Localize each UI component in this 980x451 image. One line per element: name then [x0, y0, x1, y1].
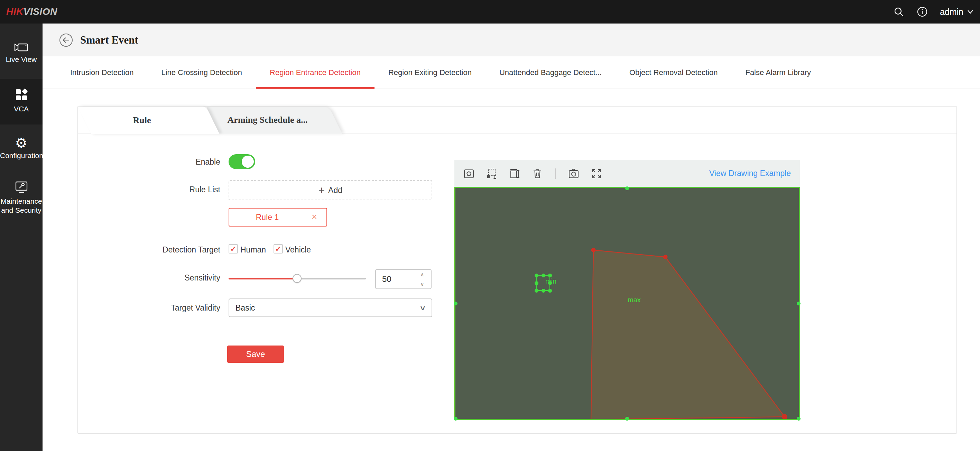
topbar-actions: admin — [893, 0, 974, 24]
logo-vision: VISION — [24, 6, 57, 17]
canvas-handle-left[interactable] — [454, 301, 458, 305]
tab-region-exiting-detection[interactable]: Region Exiting Detection — [374, 56, 485, 89]
subtab-arming-schedule[interactable]: Arming Schedule a... — [206, 107, 329, 134]
topbar: HIKVISION admin — [0, 0, 980, 24]
close-icon[interactable]: × — [312, 209, 317, 226]
plus-icon: + — [318, 185, 325, 196]
content-area: Rule Arming Schedule a... Enable Rule Li… — [43, 89, 980, 451]
video-canvas[interactable]: min max — [454, 187, 800, 420]
rule-chip-label: Rule 1 — [229, 209, 305, 226]
tab-unattended-baggage-detection[interactable]: Unattended Baggage Detect... — [485, 56, 616, 89]
camera-icon — [13, 43, 29, 52]
logo-hik: HIK — [6, 6, 24, 17]
spinner[interactable]: ∧ ∨ — [418, 271, 427, 287]
sensitivity-input[interactable]: 50 ∧ ∨ — [375, 269, 431, 289]
app-root: HIKVISION admin Live View VCA ⚙ Con — [0, 0, 980, 451]
canvas-handle-top[interactable] — [625, 186, 629, 190]
sidebar-item-vca[interactable]: VCA — [0, 79, 43, 124]
add-label: Add — [328, 186, 342, 195]
clear-region-icon[interactable] — [508, 167, 521, 180]
human-checkbox[interactable]: ✓ — [229, 244, 238, 253]
subtab-rule[interactable]: Rule — [78, 107, 206, 134]
gear-icon: ⚙ — [0, 136, 43, 150]
sensitivity-value: 50 — [382, 270, 391, 288]
check-icon: ✓ — [275, 245, 282, 252]
size-filter-icon[interactable] — [485, 167, 498, 180]
view-drawing-example-link[interactable]: View Drawing Example — [709, 169, 791, 178]
info-icon[interactable] — [916, 6, 928, 18]
sensitivity-slider[interactable] — [229, 273, 366, 284]
enable-toggle[interactable] — [229, 154, 255, 169]
detection-target-label: Detection Target — [78, 245, 220, 255]
rule-chip[interactable]: Rule 1 × — [229, 208, 327, 226]
tab-line-crossing-detection[interactable]: Line Crossing Detection — [147, 56, 256, 89]
monitor-wrench-icon — [14, 181, 29, 194]
vehicle-checkbox[interactable]: ✓ — [274, 244, 283, 253]
page-title: Smart Event — [80, 34, 138, 46]
sidebar-item-maintenance[interactable]: Maintenance and Security — [0, 181, 43, 221]
sidebar-item-label: Live View — [0, 55, 43, 64]
add-rule-button[interactable]: + Add — [229, 180, 432, 200]
save-button[interactable]: Save — [227, 346, 284, 363]
page-header: Smart Event — [43, 24, 980, 56]
chevron-down-icon — [967, 10, 974, 14]
tab-object-removal-detection[interactable]: Object Removal Detection — [616, 56, 732, 89]
vca-grid-icon — [14, 88, 29, 102]
sensitivity-label: Sensitivity — [78, 273, 220, 282]
sidebar-item-configuration[interactable]: ⚙ Configuration — [0, 136, 43, 169]
max-size-label: max — [628, 296, 641, 304]
sidebar-item-live-view[interactable]: Live View — [0, 43, 43, 72]
target-validity-label: Target Validity — [78, 303, 220, 313]
canvas-handle-bottom-right[interactable] — [797, 417, 800, 421]
video-surface: min max — [455, 188, 799, 419]
canvas-handle-right[interactable] — [797, 301, 800, 305]
username: admin — [940, 7, 963, 17]
canvas-handle-bottom-left[interactable] — [454, 417, 458, 421]
user-menu[interactable]: admin — [940, 7, 974, 17]
drawing-toolbar: View Drawing Example — [454, 160, 800, 187]
rule-card: Rule Arming Schedule a... Enable Rule Li… — [78, 106, 957, 434]
chevron-down-icon: ∨ — [420, 299, 426, 316]
check-icon: ✓ — [230, 245, 237, 252]
tab-region-entrance-detection[interactable]: Region Entrance Detection — [256, 56, 374, 89]
subtab-strip: Rule Arming Schedule a... — [78, 107, 956, 134]
delete-icon[interactable] — [531, 167, 544, 180]
spinner-up-icon[interactable]: ∧ — [420, 271, 424, 278]
enable-label: Enable — [78, 157, 220, 167]
tab-intrusion-detection[interactable]: Intrusion Detection — [56, 56, 147, 89]
slider-fill — [229, 278, 297, 279]
draw-region-icon[interactable] — [463, 167, 475, 180]
main-tabs: Intrusion Detection Line Crossing Detect… — [43, 56, 980, 89]
tab-false-alarm-library[interactable]: False Alarm Library — [731, 56, 825, 89]
toolbar-divider — [555, 169, 556, 179]
fullscreen-icon[interactable] — [590, 167, 603, 180]
back-button[interactable] — [59, 33, 73, 47]
toggle-knob — [242, 156, 254, 168]
hikvision-logo: HIKVISION — [6, 6, 57, 17]
spinner-down-icon[interactable]: ∨ — [420, 281, 424, 287]
min-size-label: min — [545, 277, 557, 285]
detection-region-polygon[interactable] — [455, 188, 799, 419]
slider-track — [297, 278, 366, 279]
target-validity-select[interactable]: Basic ∨ — [229, 298, 432, 317]
canvas-handle-bottom[interactable] — [625, 417, 629, 421]
slider-handle[interactable] — [293, 274, 302, 283]
search-icon[interactable] — [893, 6, 905, 18]
sidebar-item-label: VCA — [0, 104, 43, 113]
rule-list-label: Rule List — [78, 185, 220, 194]
human-label: Human — [240, 245, 266, 255]
sidebar-item-label: Configuration — [0, 151, 43, 160]
sidebar: Live View VCA ⚙ Configuration Maintenanc… — [0, 24, 43, 451]
snapshot-icon[interactable] — [568, 167, 580, 180]
sidebar-item-label: Maintenance and Security — [0, 197, 43, 215]
target-validity-value: Basic — [235, 299, 255, 316]
back-arrow-icon — [62, 37, 70, 44]
vehicle-label: Vehicle — [285, 245, 311, 255]
